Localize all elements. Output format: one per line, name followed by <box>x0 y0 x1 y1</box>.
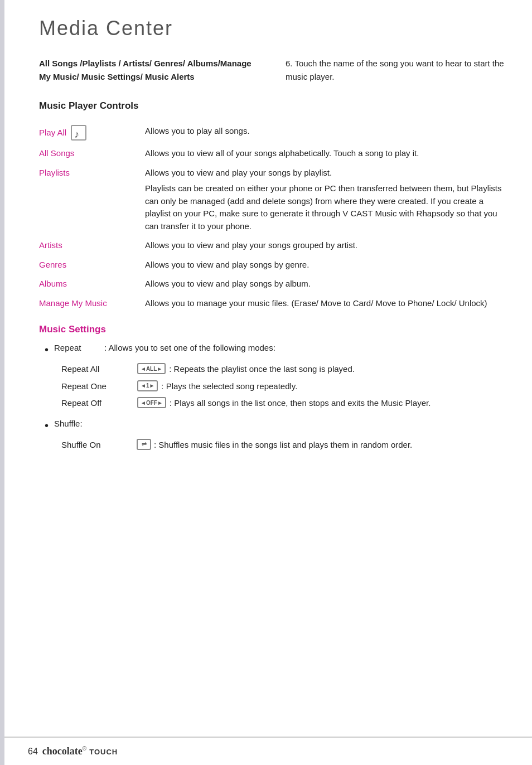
music-player-controls-heading: Music Player Controls <box>39 100 510 112</box>
brand-touch: TOUCH <box>89 748 118 756</box>
genres-label: Genres <box>39 255 145 275</box>
repeat-one-desc: : Plays the selected song repeatedly. <box>161 380 510 393</box>
repeat-desc: : Allows you to set one of the following… <box>104 343 510 352</box>
manage-my-music-label: Manage My Music <box>39 294 145 313</box>
repeat-off-label: Repeat Off <box>61 397 134 410</box>
play-all-label: Play All <box>39 122 145 144</box>
playlists-extra-desc: Playlists can be created on either your … <box>145 182 510 233</box>
bullet-dot-shuffle: • <box>45 418 49 433</box>
repeat-off-desc: : Plays all songs in the list once, then… <box>170 397 510 410</box>
page-container: Media Center All Songs /Playlists / Arti… <box>0 0 532 765</box>
left-accent-bar <box>0 0 4 765</box>
repeat-one-icon: ◄1► <box>137 380 158 391</box>
shuffle-on-icon: ⇌ <box>137 439 151 450</box>
brand-chocolate: chocolate <box>42 745 83 757</box>
repeat-bullet-item: • Repeat : Allows you to set one of the … <box>45 343 510 357</box>
table-row: Manage My Music Allows you to manage you… <box>39 294 510 313</box>
playlists-label: Playlists <box>39 163 145 236</box>
table-row: Genres Allows you to view and play songs… <box>39 255 510 275</box>
table-row: Play All Allows you to play all songs. <box>39 122 510 144</box>
repeat-all-item: Repeat All ◄ALL► : Repeats the playlist … <box>61 363 510 376</box>
intro-section: All Songs /Playlists / Artists/ Genres/ … <box>39 57 510 84</box>
shuffle-sub-items: Shuffle On ⇌ : Shuffles music files in t… <box>61 439 510 452</box>
table-row: Playlists Allows you to view and play yo… <box>39 163 510 236</box>
shuffle-on-desc: : Shuffles music files in the songs list… <box>154 439 510 452</box>
repeat-all-desc: : Repeats the playlist once the last son… <box>169 363 510 376</box>
genres-desc: Allows you to view and play songs by gen… <box>145 255 510 275</box>
table-row: Artists Allows you to view and play your… <box>39 236 510 255</box>
page-title: Media Center <box>39 17 510 40</box>
intro-right: 6. Touch the name of the song you want t… <box>286 57 510 84</box>
page-number: 64 <box>28 747 38 757</box>
play-all-desc: Allows you to play all songs. <box>145 122 510 144</box>
bullet-dot-repeat: • <box>45 342 49 357</box>
playlists-desc: Allows you to view and play your songs b… <box>145 163 510 236</box>
artists-desc: Allows you to view and play your songs g… <box>145 236 510 255</box>
controls-table: Play All Allows you to play all songs. A… <box>39 122 510 313</box>
shuffle-label: Shuffle: <box>54 419 104 428</box>
artists-label: Artists <box>39 236 145 255</box>
shuffle-bullet-item: • Shuffle: <box>45 419 510 433</box>
music-note-icon <box>71 125 86 141</box>
albums-desc: Allows you to view and play songs by alb… <box>145 274 510 294</box>
table-row: All Songs Allows you to view all of your… <box>39 144 510 163</box>
shuffle-on-item: Shuffle On ⇌ : Shuffles music files in t… <box>61 439 510 452</box>
registered-mark: ® <box>83 745 86 752</box>
repeat-off-icon: ◄OFF► <box>137 397 166 408</box>
repeat-section: • Repeat : Allows you to set one of the … <box>45 343 510 410</box>
all-songs-label: All Songs <box>39 144 145 163</box>
repeat-one-label: Repeat One <box>61 380 134 393</box>
shuffle-section: • Shuffle: Shuffle On ⇌ : Shuffles music… <box>45 419 510 452</box>
table-row: Albums Allows you to view and play songs… <box>39 274 510 294</box>
main-content: Media Center All Songs /Playlists / Arti… <box>28 0 532 737</box>
footer-bar: 64 chocolate® TOUCH <box>0 737 532 765</box>
all-songs-desc: Allows you to view all of your songs alp… <box>145 144 510 163</box>
manage-my-music-desc: Allows you to manage your music files. (… <box>145 294 510 313</box>
repeat-label: Repeat <box>54 343 104 352</box>
intro-left: All Songs /Playlists / Artists/ Genres/ … <box>39 57 263 84</box>
shuffle-on-label: Shuffle On <box>61 439 134 452</box>
step-number: 6. <box>286 59 293 68</box>
step-text: Touch the name of the song you want to h… <box>286 59 504 81</box>
repeat-all-icon: ◄ALL► <box>137 363 166 374</box>
repeat-sub-items: Repeat All ◄ALL► : Repeats the playlist … <box>61 363 510 410</box>
brand-name: chocolate® TOUCH <box>42 745 118 757</box>
albums-label: Albums <box>39 274 145 294</box>
repeat-off-item: Repeat Off ◄OFF► : Plays all songs in th… <box>61 397 510 410</box>
playlists-main-desc: Allows you to view and play your songs b… <box>145 167 510 180</box>
repeat-all-label: Repeat All <box>61 363 134 376</box>
music-settings-heading: Music Settings <box>39 324 510 335</box>
repeat-one-item: Repeat One ◄1► : Plays the selected song… <box>61 380 510 393</box>
